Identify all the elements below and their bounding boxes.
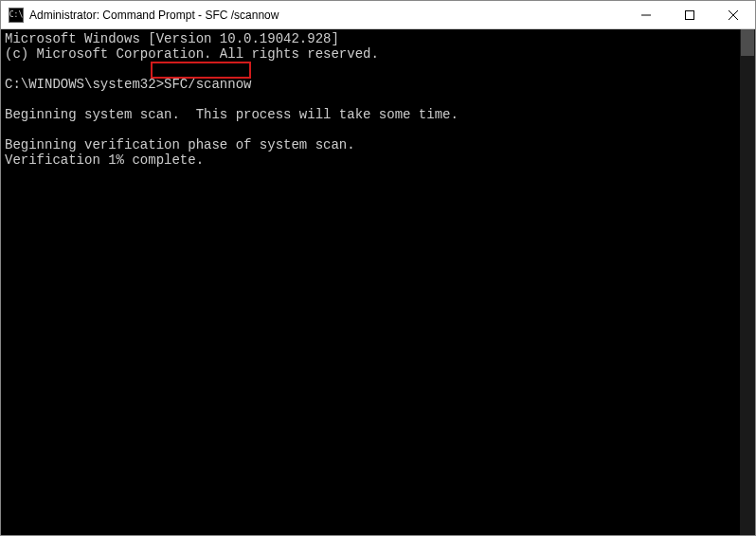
progress-line: Verification 1% complete. [5,152,204,168]
terminal-output: Microsoft Windows [Version 10.0.19042.92… [1,29,740,535]
scan-line: Beginning system scan. This process will… [5,107,459,122]
titlebar: C:\ Administrator: Command Prompt - SFC … [1,1,755,29]
scrollbar-thumb[interactable] [741,29,754,56]
copyright-line: (c) Microsoft Corporation. All rights re… [5,46,379,62]
version-line: Microsoft Windows [Version 10.0.19042.92… [5,31,339,46]
window-title: Administrator: Command Prompt - SFC /sca… [29,9,624,22]
maximize-button[interactable] [668,1,711,28]
svg-rect-1 [686,10,694,19]
maximize-icon [685,10,694,20]
verification-line: Beginning verification phase of system s… [5,137,355,152]
cmd-icon: C:\ [9,8,24,23]
minimize-icon [641,10,651,20]
terminal[interactable]: Microsoft Windows [Version 10.0.19042.92… [1,29,755,535]
minimize-button[interactable] [624,1,668,28]
command-text: SFC/scannow [164,77,251,92]
window-controls [624,1,755,28]
prompt-path: C:\WINDOWS\system32> [5,77,164,92]
close-icon [729,10,738,20]
close-button[interactable] [711,1,755,28]
scrollbar[interactable] [740,29,755,535]
